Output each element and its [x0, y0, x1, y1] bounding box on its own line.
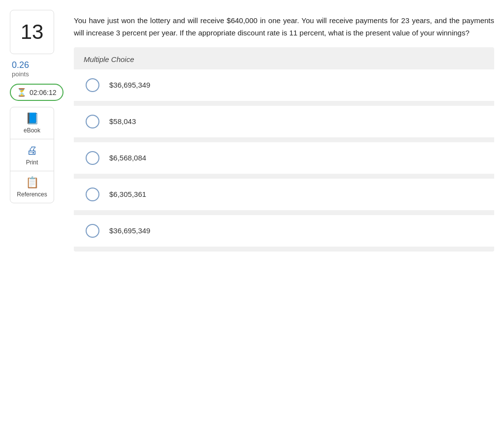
print-icon: 🖨	[27, 144, 37, 157]
choice-gap-2	[74, 138, 494, 142]
points-value: 0.26	[12, 60, 29, 70]
timer-value: 02:06:12	[30, 89, 57, 96]
print-button[interactable]: 🖨 Print	[10, 139, 54, 171]
choice-gap-1	[74, 102, 494, 106]
main-content: You have just won the lottery and will r…	[74, 10, 494, 252]
points-label: points	[12, 70, 29, 78]
radio-d[interactable]	[86, 188, 99, 201]
choice-e[interactable]: $36,695,349	[74, 215, 494, 247]
references-icon: 📋	[26, 176, 39, 189]
points-section: 0.26 points	[10, 60, 29, 78]
mc-header: Multiple Choice	[74, 47, 494, 69]
choice-a-text: $36,695,349	[109, 81, 150, 89]
timer-box: ⏳ 02:06:12	[10, 84, 63, 101]
question-text: You have just won the lottery and will r…	[74, 10, 494, 39]
choice-a[interactable]: $36,695,349	[74, 69, 494, 101]
choice-d[interactable]: $6,305,361	[74, 179, 494, 210]
radio-e[interactable]	[86, 224, 99, 238]
question-number: 13	[10, 10, 54, 54]
choice-gap-3	[74, 175, 494, 179]
choice-gap-4	[74, 211, 494, 215]
ebook-button[interactable]: 📘 eBook	[10, 107, 54, 139]
timer-icon: ⏳	[17, 88, 27, 97]
radio-c[interactable]	[86, 151, 99, 165]
references-label: References	[17, 191, 47, 198]
print-label: Print	[26, 159, 38, 166]
multiple-choice-container: Multiple Choice $36,695,349 $58,043 $6,5…	[74, 47, 494, 252]
choice-b-text: $58,043	[109, 117, 136, 126]
choice-e-text: $36,695,349	[109, 226, 150, 235]
choice-d-text: $6,305,361	[109, 190, 146, 198]
choice-c[interactable]: $6,568,084	[74, 142, 494, 174]
sidebar: 13 0.26 points ⏳ 02:06:12 📘 eBook 🖨 Prin…	[10, 10, 64, 252]
ebook-label: eBook	[24, 127, 40, 134]
references-button[interactable]: 📋 References	[10, 171, 54, 203]
choice-gap-5	[74, 248, 494, 252]
ebook-icon: 📘	[26, 112, 39, 125]
radio-a[interactable]	[86, 78, 99, 92]
radio-b[interactable]	[86, 115, 99, 128]
choices-list: $36,695,349 $58,043 $6,568,084 $6,305,36…	[74, 69, 494, 252]
tools-box: 📘 eBook 🖨 Print 📋 References	[10, 107, 54, 203]
choice-c-text: $6,568,084	[109, 154, 146, 162]
choice-b[interactable]: $58,043	[74, 106, 494, 137]
